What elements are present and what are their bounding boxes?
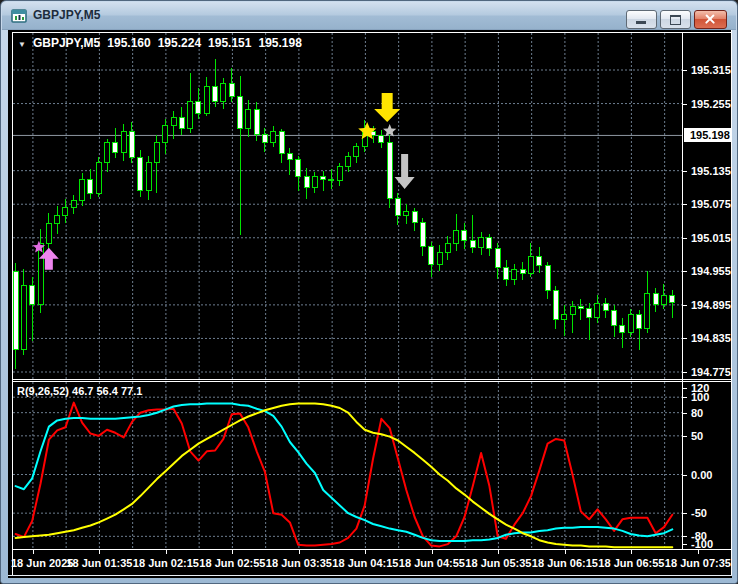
candle-body bbox=[670, 295, 675, 302]
indicator-pane-top-border[interactable] bbox=[12, 381, 732, 382]
candle-body bbox=[454, 231, 459, 244]
scale-tick bbox=[683, 305, 687, 306]
candle-body bbox=[587, 309, 592, 318]
indicator-line-medium bbox=[16, 403, 673, 541]
candle-body bbox=[379, 135, 384, 142]
price-scale-label: 195.135 bbox=[691, 165, 731, 177]
price-scale-label: 194.775 bbox=[691, 366, 731, 378]
scale-separator-line[interactable] bbox=[682, 32, 683, 550]
candle-body bbox=[528, 256, 533, 273]
time-tick bbox=[631, 550, 632, 554]
time-axis-label: 18 Jun 03:35 bbox=[266, 557, 332, 569]
close-button[interactable] bbox=[694, 10, 727, 29]
main-pane-bottom-border bbox=[12, 379, 732, 380]
restore-button[interactable] bbox=[660, 10, 691, 29]
price-scale-label: 0.00 bbox=[691, 469, 712, 481]
price-scale-label: 194.835 bbox=[691, 332, 731, 344]
candle-body bbox=[121, 132, 126, 153]
time-axis-label: 18 Jun 06:55 bbox=[598, 557, 664, 569]
candle-body bbox=[445, 243, 450, 253]
scale-tick bbox=[683, 536, 687, 537]
candle-body bbox=[553, 291, 558, 320]
candle-body bbox=[562, 314, 567, 320]
header-close: 195.198 bbox=[258, 36, 301, 50]
candle-body bbox=[404, 211, 409, 215]
candle-body bbox=[304, 176, 309, 187]
time-axis-label: 18 Jun 05:35 bbox=[465, 557, 531, 569]
candle-body bbox=[628, 314, 633, 332]
scale-tick bbox=[683, 475, 687, 476]
price-scale[interactable]: 195.315195.255195.135195.075195.015194.9… bbox=[683, 30, 732, 576]
candle-body bbox=[55, 215, 60, 223]
price-scale-label: 80 bbox=[691, 407, 703, 419]
candle-body bbox=[21, 285, 26, 349]
candle-body bbox=[520, 270, 525, 273]
candle-body bbox=[13, 271, 18, 349]
candle-body bbox=[504, 267, 509, 279]
price-scale-label: 50 bbox=[691, 430, 703, 442]
candle-body bbox=[188, 102, 193, 129]
time-tick bbox=[232, 550, 233, 554]
candle-body bbox=[229, 84, 234, 96]
candle-body bbox=[105, 143, 110, 163]
candle-body bbox=[246, 109, 251, 129]
candle-body bbox=[321, 176, 326, 179]
header-symbol: GBPJPY,M5 bbox=[33, 36, 100, 50]
time-tick bbox=[33, 550, 34, 554]
candle-body bbox=[96, 162, 101, 193]
candle-body bbox=[495, 249, 500, 267]
candle-body bbox=[88, 179, 93, 193]
price-scale-label: 194.955 bbox=[691, 265, 731, 277]
candle-body bbox=[204, 87, 209, 113]
candle-body bbox=[645, 294, 650, 329]
candle-body bbox=[462, 231, 467, 241]
scale-tick bbox=[683, 513, 687, 514]
time-axis[interactable]: 18 Jun 202518 Jun 01:3518 Jun 02:1518 Ju… bbox=[8, 550, 732, 575]
time-axis-label: 18 Jun 04:15 bbox=[332, 557, 398, 569]
candle-body bbox=[279, 132, 284, 154]
candle-body bbox=[637, 314, 642, 329]
candle-body bbox=[46, 224, 51, 244]
candle-body bbox=[171, 118, 176, 126]
chart-client-area: ▼ GBPJPY,M5 195.160 195.224 195.151 195.… bbox=[8, 30, 732, 578]
minimize-icon bbox=[636, 21, 646, 24]
candle-body bbox=[138, 158, 143, 190]
sell-arrow-marker bbox=[395, 154, 415, 189]
candle-body bbox=[545, 266, 550, 291]
candle-body bbox=[113, 143, 118, 153]
candle-body bbox=[163, 126, 168, 143]
candle-body bbox=[337, 167, 342, 180]
candle-body bbox=[437, 253, 442, 264]
candle-body bbox=[395, 199, 400, 216]
ohlc-header: ▼ GBPJPY,M5 195.160 195.224 195.151 195.… bbox=[18, 36, 302, 50]
main-grid bbox=[13, 33, 682, 379]
candle-body bbox=[63, 207, 68, 215]
window-titlebar[interactable]: GBPJPY,M5 bbox=[2, 2, 736, 30]
candle-body bbox=[429, 246, 434, 264]
indicator-canvas[interactable] bbox=[13, 382, 682, 549]
candle-body bbox=[146, 162, 151, 190]
time-tick bbox=[698, 550, 699, 554]
candle-body bbox=[221, 84, 226, 102]
time-tick bbox=[299, 550, 300, 554]
scale-right-border bbox=[731, 30, 732, 576]
symbol-dropdown-icon[interactable]: ▼ bbox=[18, 40, 26, 49]
header-open: 195.160 bbox=[107, 36, 150, 50]
main-chart-canvas[interactable] bbox=[13, 33, 682, 379]
time-axis-label: 18 Jun 02:55 bbox=[199, 557, 265, 569]
plot-left-border bbox=[12, 32, 13, 575]
scale-tick bbox=[683, 372, 687, 373]
candle-body bbox=[470, 241, 475, 248]
header-low: 195.151 bbox=[208, 36, 251, 50]
candle-body bbox=[262, 134, 267, 142]
scale-tick bbox=[683, 397, 687, 398]
candle-body bbox=[287, 154, 292, 160]
time-tick bbox=[99, 550, 100, 554]
candle-body bbox=[595, 303, 600, 318]
time-tick bbox=[432, 550, 433, 554]
candle-body bbox=[196, 102, 201, 113]
indicator-line-slow bbox=[16, 403, 673, 547]
scale-tick bbox=[683, 238, 687, 239]
candle-body bbox=[179, 118, 184, 129]
minimize-button[interactable] bbox=[626, 10, 657, 29]
